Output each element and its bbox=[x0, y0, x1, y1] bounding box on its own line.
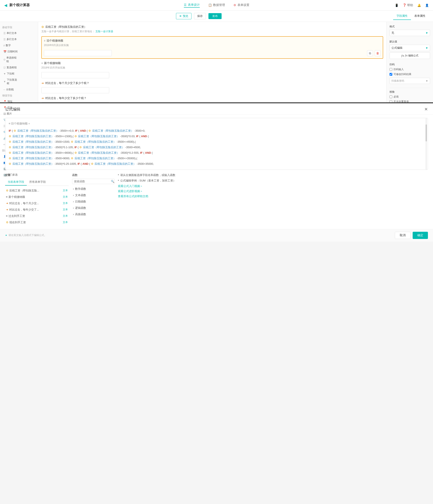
list-item[interactable]: ⚙ 应税工资（即扣除五险... 文本 bbox=[5, 188, 69, 194]
default-value-section: 默认值 公式编辑 ▼ ƒx ƒx 编辑公式 bbox=[389, 40, 430, 59]
sidebar-item-radio[interactable]: ⊙ 单选按钮组 bbox=[2, 55, 19, 64]
formula-editor-section: 公式编辑 ✕ ≡ 旧个税缴纳额 = IF ( ⚙ 应税工资（即扣除五险后的工资）… bbox=[0, 103, 433, 242]
sidebar-item-single-text[interactable]: ☰ 单行文本 bbox=[2, 31, 19, 36]
date-funcs[interactable]: › 日期函数 bbox=[72, 198, 115, 205]
old-tax-input[interactable] bbox=[44, 50, 112, 56]
wuxian-link[interactable]: 五险一金计算器 bbox=[95, 30, 113, 33]
func-search-input[interactable] bbox=[74, 180, 110, 183]
user-icon[interactable]: 👤 bbox=[425, 4, 429, 7]
help-docs-link[interactable]: 查看所有公式的帮助文档 bbox=[118, 194, 428, 198]
question-icon: ❓ bbox=[403, 3, 406, 7]
formula-line-3: ⚙ 应税工资（即扣除五险后的工资） -3500>1500, ⚙ 应税工资（即扣除… bbox=[9, 139, 424, 144]
back-button[interactable]: ◀ bbox=[4, 3, 7, 8]
field-icon-arr-2: ➜ bbox=[6, 202, 8, 205]
sidebar-item-multi-text[interactable]: ☰ 多行文本 bbox=[2, 37, 19, 42]
save-button[interactable]: 保存 bbox=[194, 13, 206, 19]
field-type-3: 文本 bbox=[63, 208, 68, 211]
scan-input-check[interactable] bbox=[389, 68, 392, 71]
sidebar-item-datetime[interactable]: 📅 日期时间 bbox=[2, 49, 19, 54]
notification-icon[interactable]: 🔔 bbox=[417, 4, 421, 7]
tab-form-settings[interactable]: ⚙ 表单设置 bbox=[234, 3, 249, 8]
taxable-income-subtitle: 五险一金不参与税后计算，应税工资计算地址： 五险一金计算器 bbox=[41, 30, 383, 33]
scan-input-checkbox[interactable]: 扫码输入 bbox=[389, 68, 430, 71]
sidebar-item-checkbox[interactable]: ☑ 复选框组 bbox=[2, 65, 19, 70]
compare-monthly-field: ➜ 对比过去，每个月少交了多少个税？ bbox=[41, 81, 383, 93]
scrollbar-thumb[interactable] bbox=[425, 125, 427, 141]
formula-close-button[interactable]: ✕ bbox=[424, 107, 428, 112]
required-check[interactable] bbox=[389, 95, 392, 98]
field-type-0: 文本 bbox=[63, 189, 68, 192]
help-link[interactable]: ❓ 帮助 bbox=[403, 3, 413, 7]
no-duplicate-checkbox[interactable]: 不允许重复值 bbox=[389, 100, 430, 102]
page-title: 新个税计算器 bbox=[9, 3, 30, 8]
list-item[interactable]: ≡ 过去到手工资 文本 bbox=[5, 213, 69, 219]
help-bullet-2: 公式编辑举例：SUM（基本工资，加班工资） bbox=[118, 179, 428, 183]
intro-video-link[interactable]: 观看公式入门视频＞ bbox=[118, 184, 428, 188]
field-name-5: ⚙ 现在到手工资 bbox=[6, 221, 26, 224]
and-keyword-1: AND bbox=[80, 129, 86, 132]
panel-divider bbox=[389, 88, 430, 88]
scan-type-select[interactable]: 扫描条形码 ▼ bbox=[389, 78, 430, 84]
copy-field-button[interactable]: ⧉ bbox=[367, 50, 373, 56]
tab-all-fields[interactable]: 所有表单字段 bbox=[27, 179, 48, 186]
preview-button[interactable]: 👁 预览 bbox=[176, 13, 191, 19]
tab-field-props[interactable]: 字段属性 bbox=[393, 12, 411, 20]
text-funcs[interactable]: › 文本函数 bbox=[72, 192, 115, 198]
vars-title: 变量 bbox=[5, 173, 69, 177]
list-item[interactable]: ➜ 对比过去，每年少交了... 文本 bbox=[5, 207, 69, 213]
formula-line-1: IF ( ⚙ 应税工资（即扣除五险后的工资） -3500<=0,0, IF ( … bbox=[9, 128, 424, 134]
formula-expression-area[interactable]: ≡ 旧个税缴纳额 = IF ( ⚙ 应税工资（即扣除五险后的工资） -3500<… bbox=[5, 118, 428, 170]
advanced-video-link[interactable]: 观看公式进阶视频＞ bbox=[118, 189, 428, 193]
formula-code: IF ( ⚙ 应税工资（即扣除五险后的工资） -3500<=0,0, IF ( … bbox=[9, 128, 424, 167]
func-search-box[interactable]: 🔍 bbox=[72, 179, 115, 184]
tab-form-props[interactable]: 表单属性 bbox=[411, 12, 429, 20]
multi-dropdown-icon: ▼ bbox=[3, 80, 6, 83]
chevron-right-icon-date: › bbox=[73, 200, 74, 203]
scan-modify-checkbox[interactable]: 可修改扫码结果 bbox=[389, 72, 430, 76]
multi-text-icon: ☰ bbox=[3, 38, 6, 41]
image-icon: 🖼 bbox=[3, 112, 6, 115]
compare-yearly-input[interactable] bbox=[41, 102, 109, 102]
chevron-right-icon-logic: › bbox=[73, 206, 74, 209]
math-funcs[interactable]: › 数学函数 bbox=[72, 186, 115, 192]
sidebar-item-image[interactable]: 🖼 图片 bbox=[2, 111, 19, 117]
sidebar-item-number[interactable]: # 数字 bbox=[2, 43, 19, 48]
old-tax-field[interactable]: ≡ 旧个税缴纳额 2018年9月及以前实施 ⧉ 🗑 bbox=[41, 36, 383, 59]
no-duplicate-check[interactable] bbox=[389, 100, 392, 102]
field-type-5: 文本 bbox=[63, 221, 68, 224]
field-icon-gear-5: ⚙ bbox=[6, 221, 9, 224]
field-ref-1: 应税工资（即扣除五险后的工资） bbox=[17, 129, 59, 132]
new-tax-input[interactable] bbox=[41, 72, 109, 78]
new-tax-subtitle: 2018年10月开始实施 bbox=[41, 66, 383, 70]
number-icon: # bbox=[3, 44, 5, 47]
field-icon-2: ⚙ bbox=[88, 129, 91, 132]
scrollbar-track bbox=[425, 118, 427, 170]
functions-panel: 函数 🔍 › 数学函数 › 文本函数 › 日期函 bbox=[72, 173, 115, 225]
scan-select-arrow: ▼ bbox=[425, 80, 428, 82]
help-panel: 请从左侧面板选择字段名和函数，或输入函数 公式编辑举例：SUM（基本工资，加班工… bbox=[118, 173, 428, 225]
sidebar-item-multi-dropdown[interactable]: ▼ 下拉复选框 bbox=[2, 77, 19, 86]
edit-formula-button[interactable]: ƒx ƒx 编辑公式 bbox=[389, 52, 430, 59]
compare-monthly-input[interactable] bbox=[41, 87, 109, 93]
cancel-button[interactable]: 取消 bbox=[395, 232, 411, 239]
default-value-select[interactable]: 公式编辑 ▼ bbox=[389, 45, 430, 51]
device-icon[interactable]: 📱 bbox=[395, 4, 398, 7]
sidebar-item-divider[interactable]: ─ 分割线 bbox=[2, 87, 19, 92]
form-settings-icon: ⚙ bbox=[234, 3, 236, 7]
delete-field-button[interactable]: 🗑 bbox=[375, 50, 381, 56]
list-item[interactable]: ➜ 对比过去，每个月少交... 文本 bbox=[5, 200, 69, 207]
publish-button[interactable]: 发布 bbox=[208, 13, 222, 19]
required-checkbox[interactable]: 必填 bbox=[389, 95, 430, 99]
tab-form-design[interactable]: ☰ 表单设计 bbox=[184, 3, 200, 8]
scan-modify-check[interactable] bbox=[389, 73, 392, 76]
confirm-button[interactable]: 确定 bbox=[413, 232, 428, 239]
list-item[interactable]: ⚙ 现在到手工资 文本 bbox=[5, 219, 69, 225]
sidebar-item-address[interactable]: 📍 地址 bbox=[2, 99, 19, 104]
tab-current-fields[interactable]: 当前表单字段 bbox=[5, 179, 27, 186]
sidebar-item-dropdown[interactable]: ▼ 下拉框 bbox=[2, 71, 19, 76]
format-select[interactable]: 无 ▼ bbox=[389, 30, 430, 36]
advanced-funcs[interactable]: › 高级函数 bbox=[72, 211, 115, 217]
list-item[interactable]: ≡ 新个税缴纳额 文本 bbox=[5, 194, 69, 200]
logic-funcs[interactable]: › 逻辑函数 bbox=[72, 205, 115, 211]
tab-data-mgmt[interactable]: 📋 数据管理 bbox=[208, 3, 225, 8]
